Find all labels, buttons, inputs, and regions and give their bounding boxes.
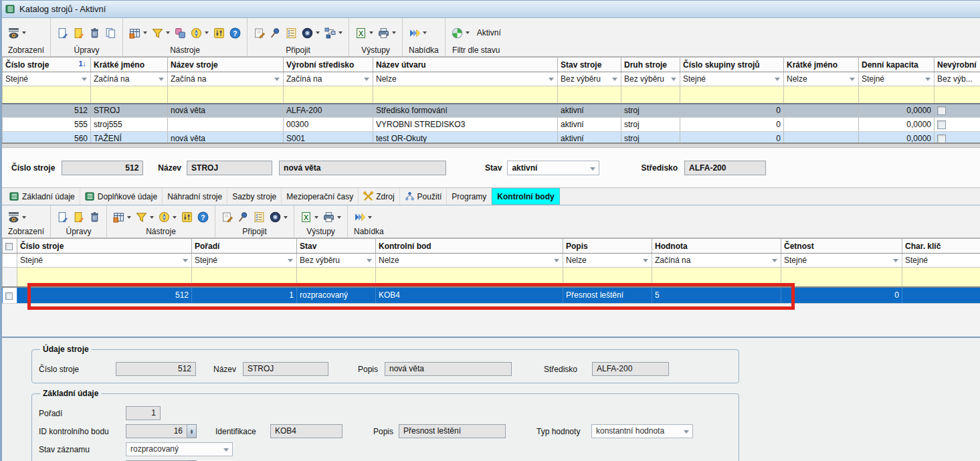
- chevron-down-icon[interactable]: [775, 78, 780, 81]
- chevron-down-icon[interactable]: [893, 259, 898, 262]
- tasklist-icon[interactable]: [254, 211, 265, 223]
- column-header[interactable]: Kontrolní bod: [376, 239, 563, 254]
- dropdown-caret-icon[interactable]: [127, 216, 131, 219]
- tasklist-icon[interactable]: [286, 27, 297, 39]
- cell[interactable]: stroj: [621, 118, 680, 132]
- dropdown-caret-icon[interactable]: [466, 31, 470, 34]
- cell[interactable]: 0: [680, 104, 784, 118]
- column-header[interactable]: Popis: [563, 239, 652, 254]
- cell[interactable]: stroj: [621, 132, 680, 145]
- cell[interactable]: 5: [652, 287, 781, 304]
- cell[interactable]: STROJ: [91, 104, 168, 118]
- filter-dropdown[interactable]: Nelze: [376, 254, 563, 268]
- checkbox[interactable]: [5, 243, 13, 250]
- navigator-icon[interactable]: [159, 211, 170, 223]
- filter-input-cell[interactable]: [784, 86, 859, 104]
- filter-input-cell[interactable]: [17, 268, 192, 287]
- navigator-icon[interactable]: [191, 27, 202, 39]
- filter-input-cell[interactable]: [297, 268, 376, 287]
- cell[interactable]: 555: [3, 118, 91, 132]
- filter-input-cell[interactable]: [91, 86, 168, 104]
- filter-input-cell[interactable]: [3, 86, 91, 104]
- machine-description-field[interactable]: nová věta: [385, 362, 512, 376]
- chevron-down-icon[interactable]: [549, 78, 554, 81]
- tab-sazby-stroje[interactable]: Sazby stroje: [227, 188, 282, 205]
- description-field[interactable]: Přesnost leštění: [399, 424, 506, 438]
- tab-zakladni-udaje[interactable]: Základní údaje: [5, 188, 80, 205]
- status-filter-value[interactable]: Aktivní: [474, 28, 501, 37]
- machine-center-field[interactable]: ALFA-200: [684, 161, 766, 175]
- value-type-dropdown[interactable]: konstantní hodnota: [591, 424, 693, 438]
- edit-record-icon[interactable]: [73, 211, 84, 223]
- excel-export-icon[interactable]: [300, 211, 312, 223]
- cell[interactable]: nová věta: [168, 104, 284, 118]
- cell[interactable]: [168, 118, 284, 132]
- machine-number-field[interactable]: 512: [116, 362, 196, 376]
- filter-dropdown[interactable]: Začíná na: [652, 254, 781, 268]
- machine-number-field[interactable]: 512: [62, 161, 143, 175]
- dropdown-caret-icon[interactable]: [368, 216, 372, 219]
- chevron-down-icon[interactable]: [183, 259, 188, 262]
- filter-dropdown[interactable]: Nelze: [373, 72, 558, 86]
- edit-record-icon[interactable]: [73, 27, 84, 39]
- cell[interactable]: stroj555: [91, 118, 168, 132]
- cell[interactable]: aktivní: [558, 104, 621, 118]
- delete-record-icon[interactable]: [89, 211, 100, 223]
- column-header[interactable]: Druh stroje: [621, 58, 680, 72]
- dropdown-caret-icon[interactable]: [369, 31, 373, 34]
- cell[interactable]: [784, 132, 859, 145]
- chevron-down-icon[interactable]: [159, 78, 164, 81]
- cell[interactable]: aktivní: [558, 118, 621, 132]
- menu-chevrons-icon[interactable]: [354, 211, 365, 223]
- filter-icon[interactable]: [152, 27, 163, 39]
- filter-input-cell[interactable]: [558, 86, 621, 104]
- machine-row[interactable]: 560 TAŽENÍ nová věta S001 test OR-Okuty …: [3, 132, 980, 145]
- copy-record-icon[interactable]: [105, 27, 116, 39]
- cell[interactable]: aktivní: [558, 132, 621, 145]
- filter-dropdown[interactable]: Stejné: [192, 254, 297, 268]
- help-icon[interactable]: [229, 27, 241, 39]
- excel-export-icon[interactable]: [355, 27, 367, 39]
- pin-icon[interactable]: [270, 27, 281, 39]
- workflow-icon[interactable]: [324, 27, 336, 39]
- chevron-down-icon[interactable]: [850, 78, 855, 81]
- cell[interactable]: [935, 132, 980, 145]
- column-header[interactable]: Číslo skupiny strojů: [680, 58, 784, 72]
- column-header[interactable]: Krátké jméno: [784, 58, 859, 72]
- filter-dropdown[interactable]: Začíná na: [284, 72, 373, 86]
- chevron-down-icon[interactable]: [590, 167, 595, 171]
- cell[interactable]: 560: [3, 132, 91, 145]
- note-icon[interactable]: [254, 27, 265, 39]
- filter-dropdown[interactable]: Stejné: [680, 72, 784, 86]
- filter-icon[interactable]: [136, 211, 147, 223]
- filter-dropdown[interactable]: Bez výb...: [935, 72, 980, 86]
- note-icon[interactable]: [221, 211, 233, 223]
- chevron-down-icon[interactable]: [554, 259, 559, 262]
- filter-input-cell[interactable]: [859, 86, 935, 104]
- tab-mezioperacni-casy[interactable]: Mezioperační časy: [282, 188, 359, 205]
- filter-dropdown[interactable]: Nelze: [784, 72, 859, 86]
- filter-dropdown[interactable]: Stejné: [17, 254, 192, 268]
- dropdown-caret-icon[interactable]: [22, 31, 26, 34]
- dropdown-caret-icon[interactable]: [338, 31, 342, 34]
- column-header[interactable]: Stav: [297, 239, 376, 254]
- filter-input-cell[interactable]: [902, 268, 980, 287]
- status-filter-icon[interactable]: [452, 27, 463, 39]
- dropdown-caret-icon[interactable]: [392, 31, 396, 34]
- table-settings-icon[interactable]: [129, 27, 140, 39]
- dropdown-caret-icon[interactable]: [337, 216, 341, 219]
- filter-input-cell[interactable]: [680, 86, 784, 104]
- chevron-down-icon[interactable]: [274, 78, 280, 81]
- filter-input-cell[interactable]: [563, 268, 652, 287]
- menu-chevrons-icon[interactable]: [409, 27, 420, 39]
- cell[interactable]: S001: [284, 132, 373, 145]
- media-icon[interactable]: [302, 27, 313, 39]
- machine-row-selected[interactable]: 512 STROJ nová věta ALFA-200 Středisko f…: [3, 104, 980, 118]
- cell[interactable]: 512: [3, 104, 91, 118]
- chevron-down-icon[interactable]: [684, 430, 689, 434]
- machine-row[interactable]: 555 stroj555 00300 VYROBNI STREDISKO3 ak…: [3, 118, 980, 132]
- cell[interactable]: 0: [680, 118, 784, 132]
- column-header[interactable]: Stav stroje: [558, 58, 621, 72]
- cell[interactable]: TAŽENÍ: [91, 132, 168, 145]
- media-icon[interactable]: [270, 211, 281, 223]
